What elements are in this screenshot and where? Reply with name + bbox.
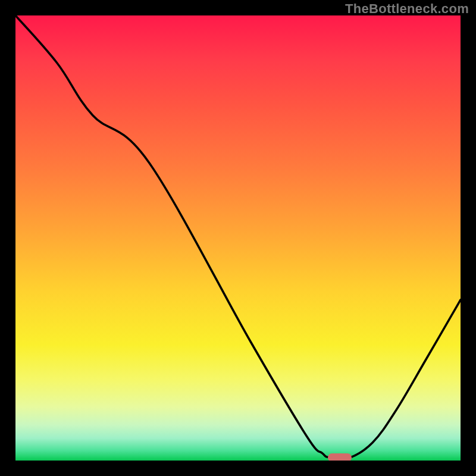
chart-frame: TheBottleneck.com xyxy=(0,0,476,476)
watermark-text: TheBottleneck.com xyxy=(345,1,469,17)
heat-gradient-background xyxy=(15,15,461,461)
sweet-spot-marker xyxy=(328,453,352,461)
plot-area xyxy=(15,15,461,461)
